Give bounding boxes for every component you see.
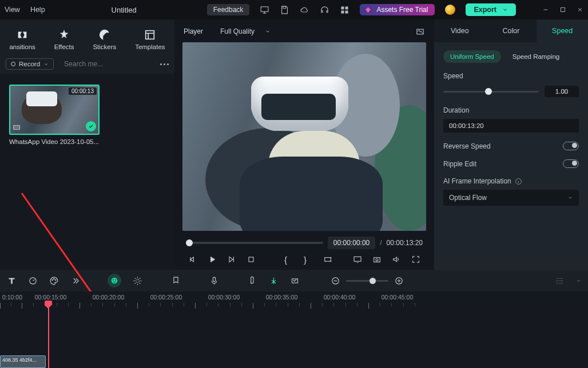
- video-preview[interactable]: [182, 42, 426, 231]
- display-icon[interactable]: [353, 255, 362, 264]
- menu-view[interactable]: View: [5, 6, 20, 14]
- camera-icon[interactable]: [372, 255, 382, 264]
- filmstrip-icon: [13, 123, 21, 131]
- search-icon[interactable]: [58, 59, 59, 69]
- menu-help[interactable]: Help: [30, 6, 45, 14]
- reverse-label: Reverse Speed: [443, 142, 491, 150]
- feedback-button[interactable]: Feedback: [207, 4, 250, 15]
- chevron-down-icon: [502, 7, 508, 13]
- svg-rect-6: [561, 8, 565, 12]
- aiframe-label: AI Frame Interpolation: [443, 177, 511, 185]
- ripple-toggle[interactable]: [563, 159, 579, 168]
- svg-point-26: [136, 279, 140, 282]
- player-tab[interactable]: Player: [184, 27, 203, 35]
- maximize-icon[interactable]: [559, 6, 566, 13]
- svg-rect-2: [341, 6, 344, 9]
- ruler-mark: 00:00:25:00: [137, 294, 195, 301]
- monitor-icon[interactable]: [260, 5, 269, 15]
- crop-icon[interactable]: [290, 276, 300, 286]
- timeline-zoom: [331, 276, 404, 286]
- play-next-icon[interactable]: [227, 255, 236, 264]
- ruler-mark: 00:00:40:00: [311, 294, 368, 301]
- save-icon[interactable]: [280, 5, 289, 15]
- marker-in-icon[interactable]: {: [284, 255, 293, 264]
- chevron-down-icon[interactable]: [576, 278, 581, 283]
- tab-speed[interactable]: Speed: [537, 19, 588, 42]
- clip-thumbnail[interactable]: 00:00:13: [9, 85, 100, 135]
- stop-icon[interactable]: [247, 255, 256, 264]
- export-button[interactable]: Export: [466, 3, 516, 16]
- play-icon[interactable]: [208, 255, 217, 264]
- title-bar: View Help Untitled Feedback Assets Free …: [0, 0, 588, 19]
- zoom-knob[interactable]: [370, 278, 376, 284]
- fullscreen-icon[interactable]: [411, 255, 420, 264]
- text-tool-icon[interactable]: [7, 276, 17, 286]
- track-options-icon[interactable]: [555, 276, 565, 286]
- snapshot-icon[interactable]: [415, 27, 425, 37]
- speed-tool-icon[interactable]: [28, 276, 38, 286]
- svg-rect-3: [345, 6, 348, 9]
- headphones-icon[interactable]: [320, 5, 329, 15]
- marker-icon[interactable]: [171, 276, 181, 286]
- zoom-in-icon[interactable]: [394, 276, 404, 286]
- scrub-knob[interactable]: [186, 239, 193, 246]
- filter-icon[interactable]: [154, 59, 156, 69]
- speed-slider[interactable]: [443, 91, 539, 93]
- tab-color[interactable]: Color: [486, 19, 537, 42]
- scrub-track[interactable]: [186, 242, 323, 244]
- color-tool-icon[interactable]: [49, 276, 59, 286]
- subtab-ramping[interactable]: Speed Ramping: [506, 50, 566, 63]
- tab-transitions[interactable]: ansitions: [9, 29, 35, 50]
- tab-effects[interactable]: Effects: [54, 29, 74, 50]
- total-timecode: 00:00:13:20: [387, 239, 423, 247]
- zoom-slider[interactable]: [346, 280, 388, 282]
- profile-orb-icon[interactable]: [445, 5, 455, 15]
- ruler-mark: 00:00:45:00: [368, 294, 426, 301]
- prev-frame-icon[interactable]: [188, 255, 197, 264]
- quality-label: Full Quality: [220, 27, 255, 35]
- cloud-icon[interactable]: [300, 5, 309, 15]
- timeline-clip[interactable]: 408.35 4b2f4...: [0, 355, 46, 368]
- transitions-icon: [16, 29, 29, 41]
- cut-icon[interactable]: [269, 276, 279, 286]
- slider-knob[interactable]: [485, 88, 492, 95]
- search-input[interactable]: [64, 60, 150, 68]
- main-content: ansitions Effects Stickers Templates Rec…: [0, 19, 588, 270]
- subtab-uniform[interactable]: Uniform Speed: [443, 50, 501, 63]
- volume-icon[interactable]: [392, 255, 401, 264]
- tab-video[interactable]: Video: [434, 19, 486, 42]
- zoom-out-icon[interactable]: [331, 276, 340, 286]
- more-icon[interactable]: [160, 63, 169, 65]
- aspect-icon[interactable]: [323, 255, 332, 264]
- mic-icon[interactable]: [209, 276, 219, 286]
- timeline-toolbar: [0, 270, 588, 291]
- svg-rect-4: [341, 10, 344, 13]
- tab-stickers[interactable]: Stickers: [93, 29, 116, 50]
- aiframe-select[interactable]: Optical Flow: [443, 190, 579, 206]
- quality-dropdown[interactable]: Full Quality: [220, 27, 271, 35]
- chevron-down-icon: [265, 29, 271, 34]
- marker-out-icon[interactable]: }: [304, 255, 313, 264]
- diamond-icon: [364, 6, 372, 14]
- minimize-icon[interactable]: [542, 6, 549, 13]
- info-icon[interactable]: [515, 178, 522, 185]
- timeline-ticks: [0, 303, 588, 310]
- current-timecode[interactable]: 00:00:00:00: [328, 237, 375, 249]
- templates-icon: [144, 29, 156, 41]
- duration-field[interactable]: 00:00:13:20: [443, 119, 579, 133]
- speed-value[interactable]: 1.00: [545, 86, 579, 97]
- ai-tool-highlight[interactable]: [108, 274, 121, 287]
- close-icon[interactable]: [577, 6, 583, 13]
- reverse-toggle[interactable]: [563, 142, 579, 150]
- audio-tool-icon[interactable]: [248, 276, 257, 286]
- tab-label: Stickers: [93, 43, 116, 50]
- enhance-icon[interactable]: [133, 276, 142, 286]
- record-dropdown[interactable]: Record: [6, 58, 54, 70]
- transport-controls: { }: [179, 251, 430, 270]
- playhead-line: [48, 303, 49, 368]
- grid-icon[interactable]: [340, 5, 349, 15]
- assets-trial-button[interactable]: Assets Free Trial: [360, 4, 435, 15]
- expand-tools-icon[interactable]: [70, 276, 80, 286]
- timeline[interactable]: 0:10:00 00:00:15:00 00:00:20:00 00:00:25…: [0, 291, 588, 368]
- tab-templates[interactable]: Templates: [135, 29, 165, 50]
